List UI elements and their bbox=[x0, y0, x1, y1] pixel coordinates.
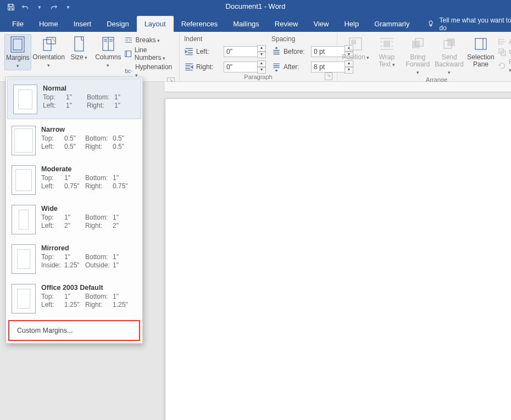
spin-down[interactable]: ▼ bbox=[257, 67, 266, 74]
margins-option-mirrored[interactable]: MirroredTop:1"Bottom:1"Inside:1.25"Outsi… bbox=[6, 239, 142, 278]
margins-thumb-icon bbox=[12, 244, 36, 274]
svg-rect-18 bbox=[447, 38, 455, 46]
margins-option-narrow[interactable]: NarrowTop:0.5"Bottom:0.5"Left:0.5"Right:… bbox=[6, 120, 142, 160]
indent-left-input[interactable] bbox=[224, 46, 258, 57]
position-icon bbox=[347, 35, 364, 53]
position-button[interactable]: Position bbox=[342, 34, 370, 61]
orientation-icon bbox=[40, 35, 58, 53]
margins-option-title: Mirrored bbox=[41, 244, 137, 252]
send-backward-button[interactable]: Send Backward bbox=[435, 34, 464, 76]
indent-right-input[interactable] bbox=[224, 61, 258, 72]
send-backward-icon bbox=[441, 35, 458, 53]
margins-option-title: Wide bbox=[41, 205, 137, 212]
spin-down[interactable]: ▼ bbox=[257, 52, 266, 58]
svg-rect-15 bbox=[384, 41, 390, 47]
svg-rect-16 bbox=[412, 41, 420, 48]
redo-icon[interactable] bbox=[48, 2, 59, 13]
spin-up[interactable]: ▲ bbox=[257, 45, 266, 52]
group-objects-button[interactable]: Group bbox=[498, 48, 511, 57]
ribbon-tabs: File Home Insert Design Layout Reference… bbox=[0, 14, 511, 32]
size-icon bbox=[70, 35, 88, 53]
group-paragraph: Indent Left: ▲▼ Right: ▲▼ Spacing bbox=[180, 32, 337, 81]
orientation-button[interactable]: Orientation bbox=[35, 34, 63, 69]
title-bar: Document1 - Word ▼ ▼ File Home Insert De… bbox=[0, 0, 511, 32]
line-numbers-icon bbox=[124, 49, 132, 58]
lightbulb-icon bbox=[427, 20, 435, 29]
svg-rect-4 bbox=[75, 37, 84, 51]
indent-right-label: Right: bbox=[196, 63, 221, 71]
svg-rect-1 bbox=[13, 39, 22, 50]
document-page[interactable] bbox=[165, 98, 511, 420]
save-icon[interactable] bbox=[5, 2, 16, 13]
tab-home[interactable]: Home bbox=[31, 16, 66, 32]
margins-option-moderate[interactable]: ModerateTop:1"Bottom:1"Left:0.75"Right:0… bbox=[6, 160, 142, 199]
size-button[interactable]: Size bbox=[66, 34, 92, 61]
tell-me-search[interactable]: Tell me what you want to do bbox=[427, 16, 511, 32]
tab-review[interactable]: Review bbox=[267, 16, 306, 32]
margins-button[interactable]: Margins bbox=[4, 34, 31, 70]
margins-option-wide[interactable]: WideTop:1"Bottom:1"Left:2"Right:2" bbox=[6, 199, 142, 239]
margins-thumb-icon bbox=[13, 85, 37, 114]
indent-header: Indent bbox=[184, 35, 266, 43]
svg-rect-14 bbox=[351, 40, 356, 44]
tab-view[interactable]: View bbox=[306, 16, 336, 32]
custom-margins-button[interactable]: Custom Margins... bbox=[8, 320, 140, 341]
margins-option-title: Normal bbox=[43, 85, 135, 92]
margins-thumb-icon bbox=[12, 165, 36, 195]
tab-mailings[interactable]: Mailings bbox=[225, 16, 267, 32]
indent-right-icon bbox=[184, 62, 194, 72]
qat-dropdown-icon[interactable]: ▼ bbox=[34, 2, 45, 13]
undo-icon[interactable] bbox=[20, 2, 31, 13]
svg-rect-20 bbox=[475, 38, 486, 49]
group-icon bbox=[498, 48, 507, 57]
margins-dropdown: NormalTop:1"Bottom:1"Left:1"Right:1"Narr… bbox=[5, 77, 143, 344]
svg-rect-11 bbox=[125, 51, 131, 57]
margins-option-title: Office 2003 Default bbox=[41, 284, 137, 292]
margins-option-office-2003-default[interactable]: Office 2003 DefaultTop:1"Bottom:1"Left:1… bbox=[6, 278, 142, 318]
ribbon: Margins Orientation Size Columns Breaks … bbox=[0, 32, 511, 82]
selection-pane-icon bbox=[472, 35, 490, 53]
tab-grammarly[interactable]: Grammarly bbox=[366, 16, 417, 32]
tab-help[interactable]: Help bbox=[336, 16, 366, 32]
tab-design[interactable]: Design bbox=[99, 16, 136, 32]
margins-option-normal[interactable]: NormalTop:1"Bottom:1"Left:1"Right:1" bbox=[7, 79, 141, 119]
margins-thumb-icon bbox=[12, 126, 36, 155]
margins-thumb-icon bbox=[12, 284, 36, 313]
hyphenation-button[interactable]: bc-Hyphenation bbox=[124, 63, 175, 79]
indent-left-label: Left: bbox=[196, 48, 221, 55]
qat-customize-icon[interactable]: ▼ bbox=[63, 2, 74, 13]
group-page-setup: Margins Orientation Size Columns Breaks … bbox=[0, 32, 180, 81]
line-numbers-button[interactable]: Line Numbers bbox=[124, 46, 175, 61]
columns-icon bbox=[99, 35, 117, 53]
rotate-icon bbox=[498, 61, 507, 70]
tab-insert[interactable]: Insert bbox=[66, 16, 99, 32]
tab-references[interactable]: References bbox=[174, 16, 225, 32]
tab-file[interactable]: File bbox=[4, 16, 31, 32]
tab-layout[interactable]: Layout bbox=[137, 16, 174, 32]
wrap-text-button[interactable]: Wrap Text bbox=[373, 34, 401, 69]
breaks-icon bbox=[124, 36, 133, 44]
horizontal-ruler[interactable] bbox=[165, 82, 511, 92]
indent-left-icon bbox=[184, 47, 194, 57]
align-icon bbox=[498, 37, 507, 46]
group-label-paragraph: Paragraph↘ bbox=[184, 74, 332, 81]
selection-pane-button[interactable]: Selection Pane bbox=[467, 34, 495, 68]
align-button[interactable]: Align bbox=[498, 37, 511, 46]
paragraph-dialog-launcher[interactable]: ↘ bbox=[325, 72, 332, 80]
bring-forward-button[interactable]: Bring Forward bbox=[404, 34, 432, 76]
bring-forward-icon bbox=[409, 35, 426, 53]
margins-option-title: Moderate bbox=[41, 165, 137, 173]
columns-button[interactable]: Columns bbox=[95, 34, 121, 69]
breaks-button[interactable]: Breaks bbox=[124, 36, 175, 44]
spacing-before-label: Before: bbox=[284, 48, 309, 55]
spacing-after-icon bbox=[271, 62, 281, 72]
margins-icon bbox=[9, 36, 26, 53]
svg-rect-2 bbox=[43, 40, 51, 51]
spacing-after-label: After: bbox=[284, 63, 309, 71]
margins-option-title: Narrow bbox=[41, 126, 137, 133]
group-arrange: Position Wrap Text Bring Forward Send Ba… bbox=[337, 32, 511, 81]
wrap-text-icon bbox=[378, 35, 396, 53]
spacing-before-icon bbox=[271, 47, 281, 57]
spin-up[interactable]: ▲ bbox=[257, 60, 266, 67]
rotate-button[interactable]: Rotate bbox=[498, 58, 511, 74]
